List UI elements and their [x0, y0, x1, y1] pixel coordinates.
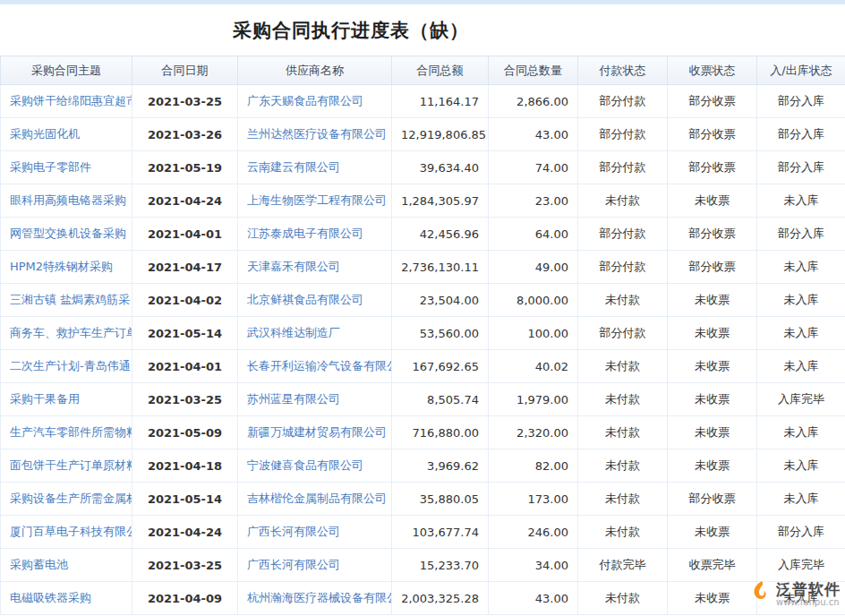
cell-contract-date: 2021-03-25 [132, 85, 238, 118]
cell-supplier-name: 广西长河有限公司 [238, 549, 392, 582]
cell-contract-date: 2021-04-24 [132, 516, 238, 549]
contract-subject-link[interactable]: 采购干果备用 [10, 392, 80, 406]
supplier-name-link[interactable]: 苏州蓝星有限公司 [247, 392, 340, 406]
supplier-name-link[interactable]: 上海生物医学工程有限公司 [247, 193, 387, 207]
cell-invoice-status: 部分收票 [668, 118, 757, 151]
cell-contract-quantity: 43.00 [489, 582, 578, 615]
supplier-name-link[interactable]: 北京鲜祺食品有限公司 [247, 293, 363, 306]
contract-subject-link[interactable]: 采购设备生产所需金属材 [10, 492, 132, 505]
contract-subject-link[interactable]: 采购电子零部件 [10, 160, 91, 174]
cell-contract-subject: 电磁吸铁器采购 [1, 582, 132, 615]
cell-contract-subject: 采购电子零部件 [1, 151, 132, 184]
contract-subject-link[interactable]: 采购光固化机 [10, 127, 80, 141]
cell-contract-subject: 采购蓄电池 [1, 549, 132, 582]
supplier-name-link[interactable]: 武汉科维达制造厂 [247, 326, 340, 339]
cell-payment-status: 未付款 [578, 582, 668, 615]
contract-subject-link[interactable]: 厦门百草电子科技有限公 [10, 525, 132, 538]
cell-contract-amount: 3,969.62 [392, 449, 489, 483]
table-row: HPM2特殊钢材采购 2021-04-17 天津嘉禾有限公司 2,736,130… [1, 251, 845, 284]
cell-contract-amount: 1,284,305.97 [392, 184, 489, 218]
cell-payment-status: 部分付款 [578, 317, 668, 350]
cell-contract-subject: 商务车、救护车生产订单 [1, 317, 132, 350]
cell-contract-subject: 二次生产计划-青岛伟通 [1, 350, 132, 383]
cell-contract-quantity: 43.00 [489, 118, 578, 151]
cell-stock-status: 未入库 [757, 184, 845, 218]
column-header-date: 合同日期 [132, 56, 238, 85]
cell-supplier-name: 江苏泰成电子有限公司 [238, 218, 392, 251]
cell-contract-quantity: 34.00 [489, 549, 578, 582]
supplier-name-link[interactable]: 新疆万城建材贸易有限公司 [247, 425, 387, 439]
contract-subject-link[interactable]: 二次生产计划-青岛伟通 [10, 359, 131, 372]
table-row: 面包饼干生产订单原材料 2021-04-18 宁波健喜食品有限公司 3,969.… [1, 449, 845, 483]
contract-subject-link[interactable]: 电磁吸铁器采购 [10, 591, 91, 604]
contract-subject-link[interactable]: 眼科用高频电铬器采购 [10, 193, 126, 207]
contract-subject-link[interactable]: 商务车、救护车生产订单 [10, 326, 132, 339]
contract-subject-link[interactable]: 生产汽车零部件所需物料 [10, 425, 132, 439]
supplier-name-link[interactable]: 云南建云有限公司 [247, 160, 340, 174]
cell-supplier-name: 北京鲜祺食品有限公司 [238, 284, 392, 317]
table-row: 厦门百草电子科技有限公 2021-04-24 广西长河有限公司 103,677.… [1, 516, 845, 549]
cell-contract-date: 2021-04-09 [132, 582, 238, 615]
contract-subject-link[interactable]: 网管型交换机设备采购 [10, 227, 126, 240]
cell-payment-status: 部分付款 [578, 218, 668, 251]
cell-stock-status: 入库完毕 [757, 549, 845, 582]
cell-contract-subject: 生产汽车零部件所需物料 [1, 416, 132, 449]
cell-contract-date: 2021-05-14 [132, 317, 238, 350]
table-row: 采购电子零部件 2021-05-19 云南建云有限公司 39,634.40 74… [1, 151, 845, 184]
header-row: 采购合同主题 合同日期 供应商名称 合同总额 合同总数量 付款状态 收票状态 入… [1, 56, 845, 85]
cell-contract-date: 2021-04-18 [132, 449, 238, 483]
supplier-name-link[interactable]: 广东天赐食品有限公司 [247, 94, 363, 107]
cell-supplier-name: 长春开利运输冷气设备有限公 [238, 350, 392, 383]
cell-contract-date: 2021-03-26 [132, 118, 238, 151]
cell-contract-quantity: 1,979.00 [489, 383, 578, 416]
table-row: 电磁吸铁器采购 2021-04-09 杭州瀚海医疗器械设备有限公 2,003,3… [1, 582, 845, 615]
cell-contract-date: 2021-05-09 [132, 416, 238, 449]
cell-invoice-status: 未收票 [668, 317, 757, 350]
cell-invoice-status: 收票完毕 [668, 549, 757, 582]
cell-supplier-name: 武汉科维达制造厂 [238, 317, 392, 350]
contract-subject-link[interactable]: HPM2特殊钢材采购 [10, 260, 113, 273]
procurement-contract-progress-page: 采购合同执行进度表（缺） 采购合同主题 合同日期 供应商名称 合同总额 合同总数… [0, 0, 845, 616]
cell-invoice-status: 未收票 [668, 416, 757, 449]
contract-subject-link[interactable]: 采购蓄电池 [10, 558, 68, 571]
table-row: 生产汽车零部件所需物料 2021-05-09 新疆万城建材贸易有限公司 716,… [1, 416, 845, 449]
supplier-name-link[interactable]: 吉林楷伦金属制品有限公司 [247, 492, 387, 505]
contract-subject-link[interactable]: 采购饼干给绵阳惠宜超市 [10, 94, 132, 107]
cell-contract-date: 2021-05-14 [132, 483, 238, 516]
cell-payment-status: 未付款 [578, 416, 668, 449]
cell-invoice-status: 未收票 [668, 350, 757, 383]
supplier-name-link[interactable]: 广西长河有限公司 [247, 525, 340, 538]
cell-stock-status: 未入库 [757, 350, 845, 383]
supplier-name-link[interactable]: 长春开利运输冷气设备有限公 [247, 359, 392, 372]
cell-stock-status: 部分入库 [757, 218, 845, 251]
supplier-name-link[interactable]: 江苏泰成电子有限公司 [247, 227, 363, 240]
contract-subject-link[interactable]: 三湘古镇 盐焗素鸡筋采 [10, 293, 130, 306]
cell-invoice-status: 部分收票 [668, 151, 757, 184]
supplier-name-link[interactable]: 兰州达然医疗设备有限公司 [247, 127, 387, 141]
supplier-name-link[interactable]: 广西长河有限公司 [247, 558, 340, 571]
supplier-name-link[interactable]: 杭州瀚海医疗器械设备有限公 [247, 591, 392, 604]
contract-subject-link[interactable]: 面包饼干生产订单原材料 [10, 458, 132, 472]
cell-contract-amount: 2,003,325.28 [392, 582, 489, 615]
supplier-name-link[interactable]: 天津嘉禾有限公司 [247, 260, 340, 273]
cell-supplier-name: 吉林楷伦金属制品有限公司 [238, 483, 392, 516]
cell-contract-subject: 采购饼干给绵阳惠宜超市 [1, 85, 132, 118]
cell-contract-date: 2021-04-01 [132, 218, 238, 251]
cell-contract-subject: 采购光固化机 [1, 118, 132, 151]
cell-invoice-status: 未收票 [668, 516, 757, 549]
table-row: 采购蓄电池 2021-03-25 广西长河有限公司 15,233.70 34.0… [1, 549, 845, 582]
cell-contract-amount: 167,692.65 [392, 350, 489, 383]
table-row: 采购设备生产所需金属材 2021-05-14 吉林楷伦金属制品有限公司 35,8… [1, 483, 845, 516]
cell-contract-quantity: 64.00 [489, 218, 578, 251]
cell-payment-status: 未付款 [578, 449, 668, 483]
table-row: 二次生产计划-青岛伟通 2021-04-01 长春开利运输冷气设备有限公 167… [1, 350, 845, 383]
cell-contract-quantity: 82.00 [489, 449, 578, 483]
cell-contract-date: 2021-03-25 [132, 383, 238, 416]
cell-contract-quantity: 246.00 [489, 516, 578, 549]
cell-supplier-name: 上海生物医学工程有限公司 [238, 184, 392, 218]
cell-invoice-status: 未收票 [668, 284, 757, 317]
supplier-name-link[interactable]: 宁波健喜食品有限公司 [247, 458, 363, 472]
cell-contract-quantity: 49.00 [489, 251, 578, 284]
table-row: 三湘古镇 盐焗素鸡筋采 2021-04-02 北京鲜祺食品有限公司 23,504… [1, 284, 845, 317]
cell-contract-date: 2021-04-02 [132, 284, 238, 317]
